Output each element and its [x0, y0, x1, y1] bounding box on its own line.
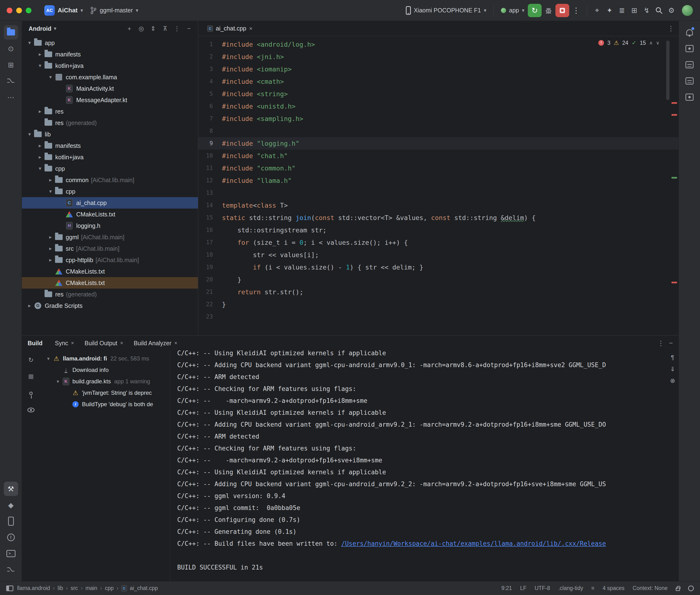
- pin-icon[interactable]: [26, 388, 36, 399]
- code-area[interactable]: 1#include <android/log.h>2#include <jni.…: [198, 36, 678, 323]
- run-configuration-selector[interactable]: app ▾: [498, 5, 528, 16]
- code-line-23[interactable]: 23: [198, 310, 678, 323]
- settings-button[interactable]: ⚙: [665, 4, 678, 17]
- soft-wrap-icon[interactable]: ¶: [671, 354, 674, 361]
- inspections-status-icon[interactable]: [688, 586, 694, 591]
- tab-sync[interactable]: Sync ×: [51, 338, 78, 348]
- chevron-down-icon[interactable]: ▾: [36, 166, 44, 172]
- code-line-2[interactable]: 2#include <jni.h>: [198, 51, 678, 63]
- code-text[interactable]: return str.str();: [222, 288, 303, 296]
- line-ending[interactable]: LF: [520, 585, 527, 591]
- notifications-button[interactable]: [682, 25, 697, 39]
- error-stripe-mark[interactable]: [671, 102, 677, 104]
- line-number[interactable]: 20: [198, 276, 222, 283]
- breadcrumb-item[interactable]: cpp: [105, 585, 114, 591]
- tree-item-com-example-llama[interactable]: ▾com.example.llama: [22, 72, 198, 83]
- close-tab-icon[interactable]: ×: [120, 340, 123, 346]
- build-tree-item[interactable]: ▾Kbuild.gradle.ktsapp 1 warning: [40, 376, 170, 387]
- next-problem-icon[interactable]: ∨: [656, 40, 660, 46]
- code-text[interactable]: #include <iomanip>: [222, 65, 292, 73]
- gradle-tool-button[interactable]: [682, 41, 697, 56]
- device-mirroring-icon[interactable]: ↯: [640, 4, 653, 17]
- hide-build-panel-icon[interactable]: −: [669, 339, 673, 347]
- build-tool-button[interactable]: ⚒: [4, 482, 18, 496]
- line-number[interactable]: 13: [198, 190, 222, 196]
- line-number[interactable]: 3: [198, 66, 222, 73]
- locate-file-icon[interactable]: ◎: [136, 23, 146, 34]
- clang-tidy-status[interactable]: .clang-tidy: [558, 585, 583, 591]
- code-text[interactable]: if (i < values.size() - 1) { str << deli…: [222, 263, 423, 271]
- file-encoding[interactable]: UTF-8: [534, 585, 550, 591]
- error-stripe-mark[interactable]: [671, 114, 677, 116]
- close-tab-icon[interactable]: ×: [174, 340, 177, 346]
- code-text[interactable]: #include "llama.h": [222, 177, 292, 184]
- terminal-tool-button[interactable]: >_: [4, 546, 18, 561]
- line-number[interactable]: 23: [198, 313, 222, 320]
- code-line-5[interactable]: 5#include <string>: [198, 88, 678, 100]
- tree-item-lib[interactable]: ▾lib: [22, 129, 198, 140]
- tree-item-ggml[interactable]: ▸ggml[AiChat.lib.main]: [22, 231, 198, 243]
- close-window-button[interactable]: [7, 8, 12, 13]
- resource-manager-tool-button[interactable]: [682, 74, 697, 88]
- code-text[interactable]: str << values[i];: [222, 251, 319, 259]
- todo-list-icon[interactable]: ≣: [616, 4, 628, 17]
- build-output-path-link[interactable]: /Users/hanyin/Workspace/ai-chat/examples…: [341, 540, 606, 547]
- code-line-4[interactable]: 4#include <cmath>: [198, 75, 678, 88]
- line-number[interactable]: 7: [198, 115, 222, 122]
- code-line-7[interactable]: 7#include <sampling.h>: [198, 112, 678, 125]
- breadcrumb-item[interactable]: src: [71, 585, 78, 591]
- code-line-14[interactable]: 14template<class T>: [198, 199, 678, 211]
- line-number[interactable]: 19: [198, 264, 222, 271]
- inspections-widget[interactable]: ! 3 ⚠ 24 ✓ 15 ∧ ∨: [596, 38, 662, 47]
- code-line-15[interactable]: 15static std::string join(const std::vec…: [198, 211, 678, 224]
- build-console[interactable]: C/C++: -- Using KleidiAI optimized kerne…: [170, 350, 678, 581]
- code-text[interactable]: for (size_t i = 0; i < values.size(); i+…: [222, 239, 408, 246]
- breadcrumb-item[interactable]: main: [85, 585, 97, 591]
- lock-icon[interactable]: [676, 588, 680, 591]
- code-line-21[interactable]: 21 return str.str();: [198, 286, 678, 298]
- code-text[interactable]: #include "chat.h": [222, 152, 288, 160]
- tree-item-logging-h[interactable]: Hlogging.h: [22, 220, 198, 231]
- branch-selector[interactable]: ggml-master ▾: [86, 4, 142, 17]
- line-number[interactable]: 22: [198, 301, 222, 308]
- code-line-20[interactable]: 20 }: [198, 273, 678, 286]
- rerun-button[interactable]: ↻: [528, 4, 541, 17]
- code-text[interactable]: #include <android/log.h>: [222, 41, 315, 48]
- chevron-down-icon[interactable]: ▾: [46, 188, 55, 195]
- chevron-right-icon[interactable]: ▸: [36, 143, 44, 149]
- line-number[interactable]: 1: [198, 41, 222, 48]
- code-text[interactable]: #include <unistd.h>: [222, 103, 296, 110]
- code-text[interactable]: #include <string>: [222, 90, 288, 97]
- chevron-right-icon[interactable]: ▸: [46, 257, 55, 263]
- run-more-options-button[interactable]: ⋮: [569, 4, 583, 17]
- tree-item-src[interactable]: ▸src[AiChat.lib.main]: [22, 243, 198, 254]
- tree-item-cpp[interactable]: ▾cpp: [22, 186, 198, 197]
- line-number[interactable]: 10: [198, 152, 222, 159]
- more-tool-windows-button[interactable]: ⋯: [4, 90, 18, 104]
- project-selector[interactable]: AC AiChat ▾: [41, 3, 86, 18]
- chevron-right-icon[interactable]: ▸: [36, 51, 44, 57]
- commit-tool-button[interactable]: ⊙: [4, 41, 18, 56]
- code-line-12[interactable]: 12#include "llama.h": [198, 174, 678, 187]
- running-devices-tool-button[interactable]: [4, 514, 18, 528]
- hide-panel-icon[interactable]: −: [184, 23, 194, 34]
- add-icon[interactable]: +: [124, 23, 135, 34]
- code-line-9[interactable]: 9#include "logging.h": [198, 137, 678, 149]
- resync-icon[interactable]: ↻: [26, 355, 36, 365]
- tree-item-cmakelists-txt[interactable]: CMakeLists.txt: [22, 208, 198, 220]
- chevron-right-icon[interactable]: ▸: [46, 177, 55, 183]
- code-line-6[interactable]: 6#include <unistd.h>: [198, 100, 678, 112]
- line-number[interactable]: 11: [198, 165, 222, 171]
- search-everywhere-button[interactable]: [653, 4, 665, 17]
- line-number[interactable]: 14: [198, 202, 222, 208]
- caret-position[interactable]: 9:21: [501, 585, 512, 591]
- line-number[interactable]: 16: [198, 227, 222, 233]
- code-text[interactable]: #include "common.h": [222, 165, 296, 172]
- tree-item-res[interactable]: ▸res: [22, 106, 198, 117]
- scroll-to-end-icon[interactable]: ⇓: [670, 366, 675, 373]
- build-tree-item[interactable]: ⚠'jvmTarget: String' is deprec: [40, 387, 170, 399]
- tab-build-output[interactable]: Build Output ×: [80, 338, 128, 348]
- code-line-16[interactable]: 16 std::ostringstream str;: [198, 224, 678, 236]
- build-tree-item[interactable]: iBuildType 'debug' is both de: [40, 399, 170, 410]
- minimize-window-button[interactable]: [16, 8, 22, 13]
